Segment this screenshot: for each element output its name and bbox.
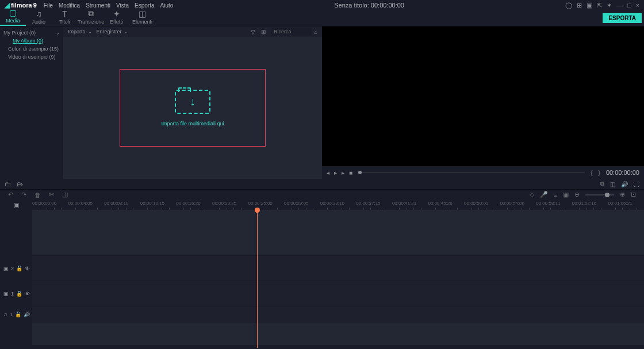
export-button[interactable]: ESPORTA: [603, 13, 642, 23]
ruler-tick: 00:00:54:06: [500, 201, 524, 206]
mute-icon[interactable]: 🔊: [24, 312, 30, 317]
upload-icon[interactable]: ⇱: [597, 2, 602, 9]
mixer-icon[interactable]: ≡: [554, 191, 557, 198]
filter-icon[interactable]: ▽: [251, 29, 255, 35]
fullscreen-icon[interactable]: ⛶: [634, 181, 639, 187]
new-folder-icon[interactable]: 🗀: [5, 181, 11, 187]
drop-text: Importa file multimediali qui: [161, 121, 224, 126]
search-input[interactable]: [271, 28, 312, 36]
zoom-in-button[interactable]: ⊕: [620, 191, 625, 198]
search-icon[interactable]: ⌕: [314, 29, 317, 35]
close-icon[interactable]: ×: [636, 2, 639, 9]
preview-panel: ◂ ▸ ▸ ■ { } 00:00:00:00 ⧉ ◫ 🔊 ⛶: [322, 26, 644, 189]
quality-icon[interactable]: ◫: [610, 181, 615, 187]
ruler-tick: 00:00:33:10: [320, 201, 344, 206]
record-dropdown[interactable]: Enregistrer⌄: [97, 29, 128, 34]
menu-help[interactable]: Aiuto: [160, 2, 174, 9]
ruler-tick: 00:00:50:01: [464, 201, 488, 206]
video-track-2[interactable]: ▣ 2 🔓 👁: [0, 256, 644, 281]
preview-controls: ◂ ▸ ▸ ■ { } 00:00:00:00: [322, 166, 644, 179]
tab-media[interactable]: ▢Media: [0, 7, 26, 26]
lock-icon[interactable]: 🔓: [16, 266, 22, 271]
timeline: ▣ 00:00:00:0000:00:04:0500:00:08:1000:00…: [0, 200, 644, 346]
sidebar-videos[interactable]: Video di esempio (9): [3, 53, 60, 61]
ruler-tick: 00:00:45:26: [428, 201, 452, 206]
ruler-tick: 00:00:08:10: [104, 201, 128, 206]
music-icon: ♫: [26, 9, 52, 18]
sidebar-colors[interactable]: Colori di esempio (15): [3, 45, 60, 53]
tab-audio[interactable]: ♫Audio: [26, 8, 52, 26]
chevron-down-icon: ⌄: [56, 30, 60, 36]
cart-icon[interactable]: ⊞: [577, 2, 582, 9]
menu-file[interactable]: File: [44, 2, 53, 9]
text-icon: T: [52, 9, 78, 18]
delete-button[interactable]: 🗑: [34, 191, 41, 198]
user-icon[interactable]: ◯: [565, 2, 572, 9]
marker-icon[interactable]: ◇: [530, 191, 534, 198]
ruler-tick: 00:00:25:00: [248, 201, 273, 206]
mic-icon[interactable]: 🎤: [540, 191, 548, 198]
volume-icon[interactable]: 🔊: [621, 181, 628, 187]
timeline-options-icon[interactable]: ▣: [14, 202, 19, 208]
mark-in-icon[interactable]: {: [591, 170, 592, 176]
ruler-tick: 00:00:12:15: [140, 201, 164, 206]
crop-button[interactable]: ◫: [62, 191, 68, 198]
next-frame-button[interactable]: ▸: [342, 170, 344, 176]
stop-button[interactable]: ■: [349, 170, 352, 176]
menu-export[interactable]: Esporta: [135, 2, 154, 9]
tab-transition[interactable]: ⧉Transizione: [78, 7, 103, 26]
media-toolbar: Importa⌄ Enregistrer⌄ ▽ ⊞ ⌕: [63, 26, 322, 37]
preview-video: [322, 26, 644, 166]
video-track-icon: ▣: [3, 291, 9, 297]
ruler-tick: 00:01:02:16: [572, 201, 596, 206]
ruler-tick: 00:00:37:15: [356, 201, 380, 206]
lock-icon[interactable]: 🔓: [16, 291, 22, 297]
zoom-slider[interactable]: [585, 194, 614, 195]
ruler-tick: 00:00:04:05: [68, 201, 93, 206]
menu-view[interactable]: Vista: [116, 2, 129, 9]
tab-elements[interactable]: ◫Elementi: [129, 8, 155, 26]
zoom-fit-button[interactable]: ⊡: [631, 191, 636, 198]
menu-edit[interactable]: Modifica: [59, 2, 80, 9]
audio-track-icon: ♫: [3, 312, 7, 317]
import-dropdown[interactable]: Importa⌄: [68, 29, 92, 34]
timeline-ruler[interactable]: ▣ 00:00:00:0000:00:04:0500:00:08:1000:00…: [0, 200, 644, 210]
visibility-icon[interactable]: 👁: [25, 291, 30, 297]
playhead[interactable]: [257, 210, 258, 348]
audio-track-1[interactable]: ♫ 1 🔓 🔊: [0, 306, 644, 323]
undo-button[interactable]: ↶: [8, 191, 13, 198]
zoom-out-button[interactable]: ⊖: [574, 191, 580, 198]
grid-icon[interactable]: ⊞: [261, 29, 266, 35]
split-button[interactable]: ✄: [49, 191, 54, 198]
visibility-icon[interactable]: 👁: [25, 266, 30, 271]
import-folder-icon: ↓: [175, 90, 210, 114]
video-track-1[interactable]: ▣ 1 🔓 👁: [0, 281, 644, 306]
sidebar-project[interactable]: My Project (0) ⌄: [3, 29, 60, 37]
render-icon[interactable]: ▣: [563, 191, 569, 198]
chevron-down-icon: ⌄: [88, 29, 92, 34]
transition-icon: ⧉: [78, 9, 103, 18]
snapshot-icon[interactable]: ⧉: [600, 181, 604, 187]
mark-out-icon[interactable]: }: [599, 170, 600, 176]
tabbar: ▢Media ♫Audio TTitoli ⧉Transizione ✦Effe…: [0, 10, 644, 26]
maximize-icon[interactable]: □: [627, 2, 631, 9]
video-track-icon: ▣: [3, 266, 9, 271]
media-panel: Importa⌄ Enregistrer⌄ ▽ ⊞ ⌕ ↓: [63, 26, 322, 179]
effects-icon: ✦: [103, 9, 129, 18]
media-drop-area[interactable]: ↓ Importa file multimediali qui: [63, 37, 322, 179]
settings-icon[interactable]: ✶: [607, 2, 612, 9]
tab-titles[interactable]: TTitoli: [52, 8, 78, 26]
minimize-icon[interactable]: —: [616, 2, 623, 9]
folder-open-icon[interactable]: 🗁: [17, 181, 23, 187]
lock-icon[interactable]: 🔓: [15, 312, 21, 317]
ruler-tick: 00:00:41:21: [392, 201, 416, 206]
redo-button[interactable]: ↷: [21, 191, 26, 198]
tab-effects[interactable]: ✦Effetti: [103, 8, 129, 26]
cloud-icon[interactable]: ▣: [586, 2, 592, 9]
preview-progress[interactable]: [358, 172, 585, 173]
play-button[interactable]: ▸: [334, 170, 337, 176]
prev-frame-button[interactable]: ◂: [327, 170, 329, 176]
sidebar-album[interactable]: My Album (0): [3, 37, 60, 45]
ruler-tick: 00:00:20:25: [212, 201, 236, 206]
ruler-tick: 00:00:29:05: [284, 201, 308, 206]
